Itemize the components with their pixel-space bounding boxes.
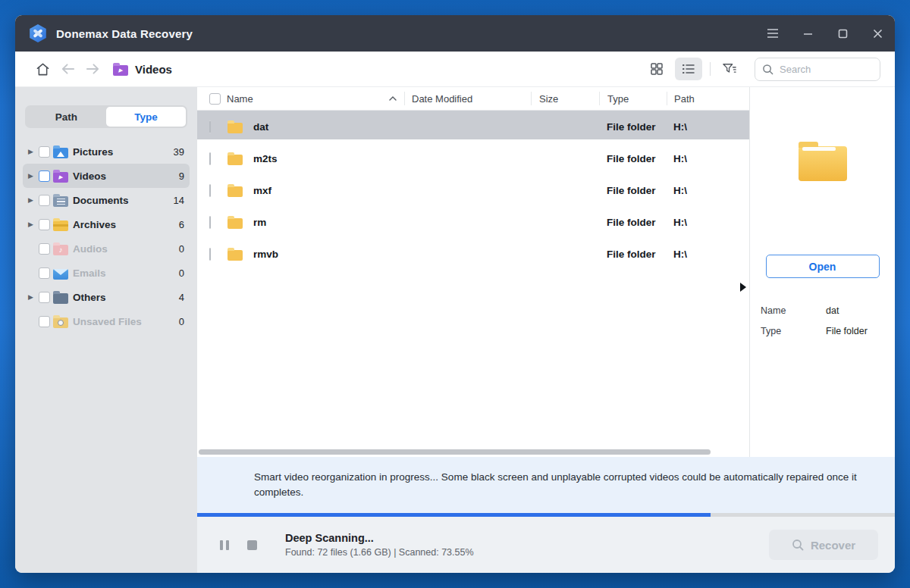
checkbox[interactable] bbox=[39, 267, 50, 279]
checkbox[interactable] bbox=[39, 195, 50, 206]
checkbox[interactable] bbox=[209, 184, 211, 197]
sidebar-item-archives[interactable]: ▶ Archives 6 bbox=[23, 212, 190, 236]
scan-status-detail: Found: 72 files (1.66 GB) | Scanned: 73.… bbox=[285, 547, 769, 558]
column-header-name[interactable]: Name bbox=[226, 92, 404, 105]
info-banner: Smart video reorganization in progress..… bbox=[197, 457, 895, 513]
select-all-checkbox[interactable] bbox=[209, 93, 221, 105]
pictures-folder-icon bbox=[53, 148, 68, 158]
tab-path[interactable]: Path bbox=[27, 107, 106, 127]
sort-ascending-icon bbox=[389, 96, 397, 101]
detail-value: File folder bbox=[826, 326, 868, 336]
column-header-date-modified[interactable]: Date Modified bbox=[404, 92, 531, 105]
maximize-icon[interactable] bbox=[825, 15, 860, 52]
checkbox[interactable] bbox=[39, 292, 50, 303]
pause-icon[interactable] bbox=[220, 540, 229, 550]
item-count: 14 bbox=[174, 195, 184, 206]
item-count: 39 bbox=[174, 146, 184, 158]
collapse-panel-icon[interactable] bbox=[740, 283, 746, 292]
search-box bbox=[755, 58, 880, 81]
app-title: Donemax Data Recovery bbox=[56, 27, 193, 40]
sidebar-item-emails[interactable]: ▶ Emails 0 bbox=[23, 261, 190, 285]
open-button[interactable]: Open bbox=[766, 255, 880, 278]
tab-type[interactable]: Type bbox=[106, 107, 186, 127]
sidebar-item-documents[interactable]: ▶ Documents 14 bbox=[23, 188, 190, 212]
expand-arrow-icon[interactable]: ▶ bbox=[28, 293, 39, 301]
checkbox[interactable] bbox=[39, 219, 50, 230]
expand-arrow-icon[interactable]: ▶ bbox=[28, 220, 39, 228]
checkbox[interactable] bbox=[39, 243, 50, 255]
column-header-type[interactable]: Type bbox=[599, 92, 667, 105]
window-controls bbox=[755, 15, 895, 52]
videos-folder-icon: ▶ bbox=[53, 172, 68, 183]
folder-icon bbox=[228, 250, 243, 261]
info-message: Smart video reorganization in progress..… bbox=[254, 470, 868, 500]
emails-icon bbox=[53, 269, 68, 280]
checkbox[interactable] bbox=[39, 146, 50, 158]
menu-icon[interactable] bbox=[755, 15, 790, 52]
item-count: 0 bbox=[179, 243, 184, 255]
item-count: 4 bbox=[179, 292, 184, 303]
table-row[interactable]: m2ts File folder H:\ bbox=[197, 142, 749, 174]
item-count: 6 bbox=[179, 219, 184, 230]
file-list: Name Date Modified Size Type Path dat bbox=[197, 87, 749, 457]
checkbox[interactable] bbox=[39, 316, 50, 327]
home-icon[interactable] bbox=[31, 58, 54, 80]
detail-label: Name bbox=[761, 305, 826, 316]
preview-panel: Open Name dat Type File folder bbox=[749, 87, 895, 457]
file-type-tree: ▶ Pictures 39 ▶ ▶ Videos 9 ▶ bbox=[15, 139, 197, 333]
table-row[interactable]: rm File folder H:\ bbox=[197, 206, 749, 238]
scan-status-title: Deep Scanning... bbox=[285, 532, 769, 544]
sidebar-item-unsaved-files[interactable]: ▶ Unsaved Files 0 bbox=[23, 309, 190, 333]
item-count: 9 bbox=[179, 170, 184, 182]
list-view-icon[interactable] bbox=[675, 58, 702, 80]
desktop-background: Donemax Data Recovery bbox=[0, 0, 910, 588]
sidebar-item-others[interactable]: ▶ Others 4 bbox=[23, 285, 190, 309]
folder-icon bbox=[228, 155, 243, 165]
status-bar: Deep Scanning... Found: 72 files (1.66 G… bbox=[197, 517, 895, 573]
search-icon bbox=[762, 64, 774, 75]
back-arrow-icon[interactable] bbox=[56, 58, 79, 80]
audios-folder-icon: ♪ bbox=[53, 245, 68, 255]
documents-folder-icon bbox=[53, 196, 68, 207]
table-row[interactable]: dat File folder H:\ bbox=[197, 111, 749, 142]
expand-arrow-icon[interactable]: ▶ bbox=[28, 148, 39, 155]
file-details: Name dat Type File folder bbox=[750, 305, 895, 346]
checkbox[interactable] bbox=[209, 120, 211, 133]
sidebar-item-audios[interactable]: ▶ ♪ Audios 0 bbox=[23, 236, 190, 261]
checkbox[interactable] bbox=[209, 152, 211, 165]
others-folder-icon bbox=[53, 293, 68, 304]
toolbar: ▶ Videos bbox=[15, 52, 895, 87]
sidebar-item-videos[interactable]: ▶ ▶ Videos 9 bbox=[23, 164, 190, 188]
recover-button[interactable]: Recover bbox=[769, 530, 878, 560]
table-row[interactable]: rmvb File folder H:\ bbox=[197, 238, 749, 270]
path-type-toggle: Path Type bbox=[25, 105, 187, 128]
archives-folder-icon bbox=[53, 220, 68, 231]
column-header-path[interactable]: Path bbox=[667, 92, 749, 105]
close-icon[interactable] bbox=[860, 15, 895, 52]
forward-arrow-icon[interactable] bbox=[81, 58, 104, 80]
breadcrumb[interactable]: ▶ Videos bbox=[113, 63, 172, 76]
minimize-icon[interactable] bbox=[790, 15, 825, 52]
checkbox[interactable] bbox=[39, 170, 50, 182]
checkbox[interactable] bbox=[209, 216, 211, 229]
table-row[interactable]: mxf File folder H:\ bbox=[197, 174, 749, 206]
item-count: 0 bbox=[179, 316, 184, 327]
sidebar-item-pictures[interactable]: ▶ Pictures 39 bbox=[23, 139, 190, 164]
horizontal-scrollbar[interactable] bbox=[199, 449, 711, 455]
detail-value: dat bbox=[826, 305, 839, 316]
filter-icon[interactable] bbox=[718, 58, 741, 80]
item-count: 0 bbox=[179, 267, 184, 279]
column-header-size[interactable]: Size bbox=[531, 92, 599, 105]
recover-search-icon bbox=[792, 539, 804, 551]
detail-label: Type bbox=[761, 326, 826, 336]
unsaved-files-folder-icon bbox=[53, 317, 68, 328]
expand-arrow-icon[interactable]: ▶ bbox=[28, 172, 39, 180]
folder-icon bbox=[228, 186, 243, 197]
videos-folder-icon: ▶ bbox=[113, 65, 128, 76]
folder-icon bbox=[228, 123, 243, 133]
checkbox[interactable] bbox=[209, 248, 211, 261]
grid-view-icon[interactable] bbox=[643, 58, 670, 80]
search-input[interactable] bbox=[780, 64, 867, 75]
stop-icon[interactable] bbox=[247, 540, 257, 550]
expand-arrow-icon[interactable]: ▶ bbox=[28, 196, 39, 204]
